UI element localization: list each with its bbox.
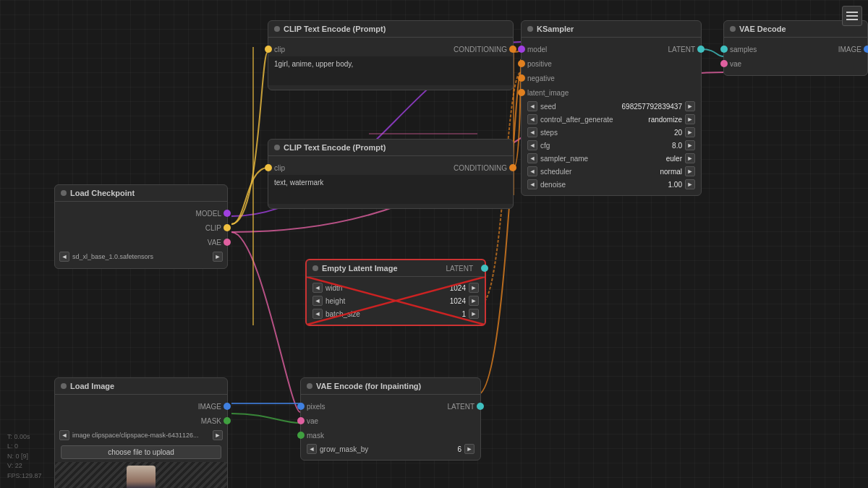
load-checkpoint-dot [61,190,67,196]
clip-text-encode-1-header: CLIP Text Encode (Prompt) [268,21,513,38]
clip-label-1: clip [274,46,285,53]
negative-label: negative [527,74,555,82]
vae-encode-title: VAE Encode (for Inpainting) [316,382,421,390]
height-prev-btn[interactable]: ◄ [312,296,323,306]
control-row: ◄ control_after_generate randomize ► [522,113,701,126]
cfg-value: 8.0 [672,142,682,150]
node-status-dot-2 [274,145,280,150]
batch-value: 1 [461,310,466,318]
control-value: randomize [648,116,682,124]
menu-line-3 [846,19,858,20]
seed-prev-btn[interactable]: ◄ [527,101,537,111]
cfg-label: cfg [540,142,669,150]
clip-input-row-1: clip CONDITIONING [268,42,513,56]
menu-button[interactable] [842,6,862,26]
load-image-node: Load Image IMAGE MASK ◄ image clipspace/… [54,377,228,488]
sampler-label: sampler_name [540,155,663,163]
prompt-text-1[interactable]: 1girl, anime, upper body, [268,56,513,85]
positive-label: positive [527,60,552,68]
cfg-prev-btn[interactable]: ◄ [527,140,537,150]
stat-l: L: 0 [7,442,42,452]
mask-out-label: MASK [61,417,221,425]
stat-n: N: 0 [9] [7,452,42,462]
seed-value: 698257792839437 [622,103,682,111]
pixels-input-row: pixels LATENT [301,399,480,414]
seed-next-btn[interactable]: ► [685,101,695,111]
denoise-value: 1.00 [668,181,682,189]
width-value: 1024 [450,284,466,292]
mask-output-row: MASK [55,414,227,428]
image-output-port [864,46,868,53]
conditioning-output-1: CONDITIONING [454,46,507,53]
model-label: MODEL [61,210,221,218]
denoise-next-btn[interactable]: ► [685,179,695,189]
image-out-label: IMAGE [61,403,221,411]
width-prev-btn[interactable]: ◄ [312,283,323,293]
sampler-next-btn[interactable]: ► [685,153,695,163]
batch-prev-btn[interactable]: ◄ [312,309,323,319]
vae-decode-input-port [720,60,728,67]
clip-input-port-1 [265,46,272,53]
batch-next-btn[interactable]: ► [469,309,479,319]
vae-decode-title: VAE Decode [739,25,786,33]
latent-output: LATENT [668,46,695,53]
steps-prev-btn[interactable]: ◄ [527,127,537,137]
negative-input-row: negative [522,71,701,85]
vae-encode-body: pixels LATENT vae mask ◄ grow_mask_by 6 … [301,395,480,460]
vae-output-row: VAE [55,235,227,249]
ckpt-next-btn[interactable]: ► [213,252,223,262]
grow-next-btn[interactable]: ► [464,444,475,454]
control-prev-btn[interactable]: ◄ [527,114,537,124]
clip-text-encode-2-body: clip CONDITIONING text, watermark [268,156,513,208]
grow-label: grow_mask_by [320,445,454,453]
image-file-value: image clipspace/clipspace-mask-6431126..… [72,432,210,439]
height-next-btn[interactable]: ► [469,296,479,306]
stat-fps: FPS:129.87 [7,471,42,481]
seed-label: seed [540,103,619,111]
image-prev-btn[interactable]: ◄ [59,430,69,440]
image-out-port [224,403,231,410]
vae-decode-node: VAE Decode samples IMAGE vae [723,20,868,76]
conditioning-output-2: CONDITIONING [454,164,507,172]
vae-encode-dot [307,383,312,389]
conditioning-port-1 [509,46,516,53]
clip-input-port-2 [265,164,272,171]
steps-next-btn[interactable]: ► [685,127,695,137]
pixels-port [297,403,305,410]
vae-input-row: vae [301,414,480,428]
ksampler-body: model LATENT positive negative latent_im… [522,38,701,195]
node-status-dot [274,26,280,32]
image-next-btn[interactable]: ► [213,430,223,440]
upload-button[interactable]: choose file to upload [61,445,221,459]
cfg-next-btn[interactable]: ► [685,140,695,150]
clip-output-row: CLIP [55,221,227,235]
scheduler-next-btn[interactable]: ► [685,166,695,176]
negative-port [518,74,525,82]
steps-label: steps [540,129,671,137]
scheduler-label: scheduler [540,168,657,176]
latent-out-port-vae [477,403,484,410]
denoise-label: denoise [540,181,665,189]
control-next-btn[interactable]: ► [685,114,695,124]
empty-latent-node: Empty Latent Image LATENT ◄ width 1024 ►… [305,259,486,326]
clip-out-port [224,224,231,231]
load-checkpoint-body: MODEL CLIP VAE ◄ sd_xl_base_1.0.safetens… [55,202,227,268]
denoise-prev-btn[interactable]: ◄ [527,179,537,189]
clip-text-encode-2-title: CLIP Text Encode (Prompt) [284,143,386,152]
positive-port [518,60,525,67]
ckpt-prev-btn[interactable]: ◄ [59,252,69,262]
denoise-row: ◄ denoise 1.00 ► [522,178,701,191]
width-next-btn[interactable]: ► [469,283,479,293]
image-preview [55,462,227,488]
grow-prev-btn[interactable]: ◄ [307,444,317,454]
samples-port [720,46,728,53]
ksampler-header: KSampler [522,21,701,38]
sampler-prev-btn[interactable]: ◄ [527,153,537,163]
steps-row: ◄ steps 20 ► [522,126,701,139]
prompt-text-2[interactable]: text, watermark [268,175,513,204]
cfg-row: ◄ cfg 8.0 ► [522,139,701,152]
empty-latent-body: ◄ width 1024 ► ◄ height 1024 ► ◄ batch_s… [307,277,485,325]
pixels-label: pixels [307,403,326,411]
samples-label: samples [730,46,757,53]
scheduler-prev-btn[interactable]: ◄ [527,166,537,176]
